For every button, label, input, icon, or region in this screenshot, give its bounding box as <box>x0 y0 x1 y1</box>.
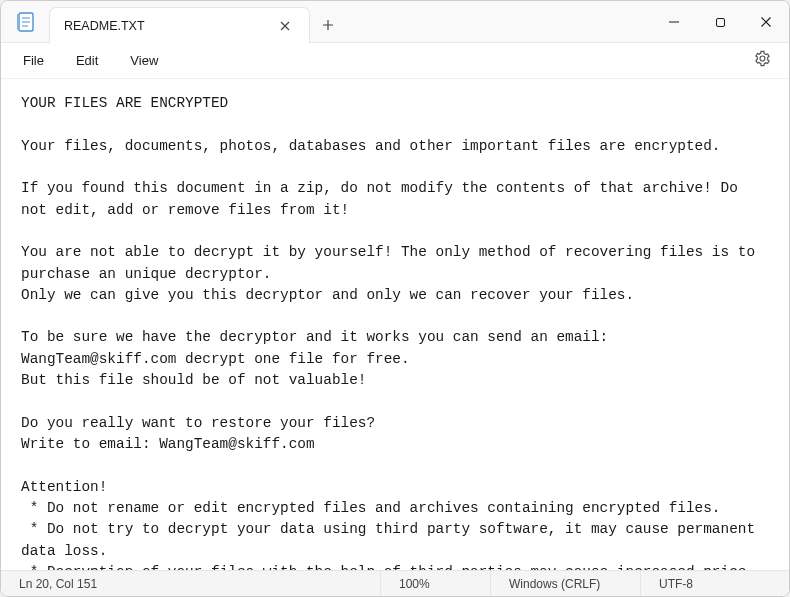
notepad-icon <box>16 12 34 32</box>
tab-title: README.TXT <box>64 19 145 33</box>
settings-button[interactable] <box>744 44 781 77</box>
gear-icon <box>754 50 771 67</box>
active-tab[interactable]: README.TXT <box>49 7 310 43</box>
status-zoom[interactable]: 100% <box>381 571 491 596</box>
close-window-button[interactable] <box>743 1 789 43</box>
titlebar-drag-area[interactable] <box>346 1 651 42</box>
window-controls <box>651 1 789 42</box>
close-tab-icon[interactable] <box>275 16 295 36</box>
text-editor-content[interactable]: YOUR FILES ARE ENCRYPTED Your files, doc… <box>1 79 789 570</box>
notepad-window: README.TXT File Edit View <box>0 0 790 597</box>
titlebar: README.TXT <box>1 1 789 43</box>
status-encoding[interactable]: UTF-8 <box>641 571 789 596</box>
svg-rect-4 <box>17 14 20 30</box>
status-cursor-position[interactable]: Ln 20, Col 151 <box>1 571 381 596</box>
app-icon-area <box>1 1 49 42</box>
maximize-button[interactable] <box>697 1 743 43</box>
svg-rect-6 <box>716 18 724 26</box>
new-tab-button[interactable] <box>310 7 346 42</box>
menu-edit[interactable]: Edit <box>62 47 112 74</box>
menu-view[interactable]: View <box>116 47 172 74</box>
statusbar: Ln 20, Col 151 100% Windows (CRLF) UTF-8 <box>1 570 789 596</box>
minimize-button[interactable] <box>651 1 697 43</box>
menubar: File Edit View <box>1 43 789 79</box>
status-line-ending[interactable]: Windows (CRLF) <box>491 571 641 596</box>
menu-file[interactable]: File <box>9 47 58 74</box>
